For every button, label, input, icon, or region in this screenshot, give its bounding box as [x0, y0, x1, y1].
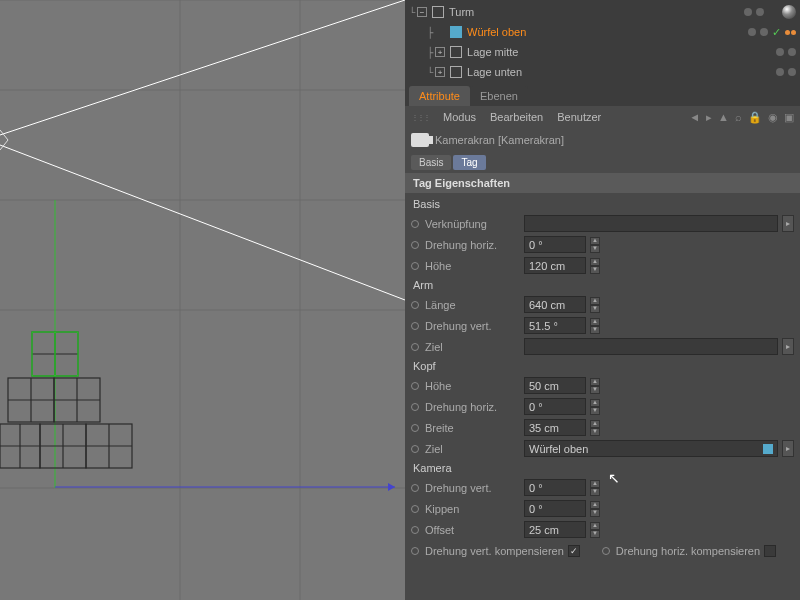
prop-breite: Breite ▲▼	[405, 417, 800, 438]
sphere-icon	[782, 5, 796, 19]
lock-icon[interactable]: 🔒	[748, 111, 762, 124]
visibility-dot[interactable]	[776, 48, 784, 56]
visibility-dot[interactable]	[748, 28, 756, 36]
object-label[interactable]: Turm	[449, 6, 736, 18]
keyframe-dot[interactable]	[411, 343, 419, 351]
new-window-icon[interactable]: ▣	[784, 111, 794, 124]
value-input[interactable]	[524, 419, 586, 436]
expand-toggle[interactable]: −	[417, 7, 427, 17]
value-input[interactable]	[524, 296, 586, 313]
prop-offset: Offset ▲▼	[405, 519, 800, 540]
value-input[interactable]	[524, 236, 586, 253]
object-name: Kamerakran [Kamerakran]	[435, 134, 564, 146]
svg-line-7	[0, 0, 405, 135]
link-field[interactable]	[524, 215, 778, 232]
object-label[interactable]: Lage unten	[467, 66, 768, 78]
hierarchy-item[interactable]: ├ Würfel oben ✓	[405, 22, 800, 42]
menu-benutzer[interactable]: Benutzer	[557, 111, 601, 123]
keyframe-dot[interactable]	[411, 403, 419, 411]
value-input[interactable]	[524, 257, 586, 274]
spinner[interactable]: ▲▼	[590, 318, 600, 334]
keyframe-dot[interactable]	[411, 241, 419, 249]
spinner[interactable]: ▲▼	[590, 378, 600, 394]
prop-arm-ziel: Ziel ▸	[405, 336, 800, 357]
expand-toggle[interactable]: +	[435, 47, 445, 57]
prop-kopf-drehung-horiz: Drehung horiz. ▲▼	[405, 396, 800, 417]
visibility-dot[interactable]	[776, 68, 784, 76]
tab-attribute[interactable]: Attribute	[409, 86, 470, 106]
null-icon	[432, 6, 444, 18]
search-icon[interactable]: ⌕	[735, 111, 742, 124]
link-picker-icon[interactable]: ▸	[782, 338, 794, 355]
link-field[interactable]: Würfel oben	[524, 440, 778, 457]
visibility-dot[interactable]	[744, 8, 752, 16]
keyframe-dot[interactable]	[411, 301, 419, 309]
visibility-dot[interactable]	[788, 48, 796, 56]
checkbox[interactable]: ✓	[568, 545, 580, 557]
prop-kam-drehung-vert: Drehung vert. ▲▼	[405, 477, 800, 498]
visibility-dot[interactable]	[760, 28, 768, 36]
expand-toggle[interactable]: +	[435, 67, 445, 77]
value-input[interactable]	[524, 479, 586, 496]
keyframe-dot[interactable]	[411, 424, 419, 432]
keyframe-dot[interactable]	[411, 547, 419, 555]
object-header: Kamerakran [Kamerakran]	[405, 128, 800, 152]
null-icon	[450, 46, 462, 58]
mode-tab-basis[interactable]: Basis	[411, 155, 451, 170]
checkbox[interactable]	[764, 545, 776, 557]
target-icon[interactable]: ◉	[768, 111, 778, 124]
value-input[interactable]	[524, 398, 586, 415]
link-picker-icon[interactable]: ▸	[782, 440, 794, 457]
hierarchy-item[interactable]: ├ + Lage mitte	[405, 42, 800, 62]
camera-crane-icon	[411, 133, 429, 147]
spinner[interactable]: ▲▼	[590, 258, 600, 274]
link-picker-icon[interactable]: ▸	[782, 215, 794, 232]
keyframe-dot[interactable]	[411, 505, 419, 513]
spinner[interactable]: ▲▼	[590, 420, 600, 436]
value-input[interactable]	[524, 377, 586, 394]
nav-back-icon[interactable]: ◄	[689, 111, 700, 124]
spinner[interactable]: ▲▼	[590, 297, 600, 313]
visibility-dot[interactable]	[788, 68, 796, 76]
object-label[interactable]: Würfel oben	[467, 26, 740, 38]
spinner[interactable]: ▲▼	[590, 480, 600, 496]
link-field[interactable]	[524, 338, 778, 355]
cube-icon	[450, 26, 462, 38]
checkbox-label: Drehung horiz. kompensieren	[616, 545, 760, 557]
keyframe-dot[interactable]	[411, 484, 419, 492]
prop-kompensieren: Drehung vert. kompensieren ✓ Drehung hor…	[405, 540, 800, 561]
viewport-overlay	[0, 0, 405, 600]
spinner[interactable]: ▲▼	[590, 237, 600, 253]
keyframe-dot[interactable]	[602, 547, 610, 555]
menu-modus[interactable]: Modus	[443, 111, 476, 123]
keyframe-dot[interactable]	[411, 382, 419, 390]
value-input[interactable]	[524, 317, 586, 334]
hierarchy-item[interactable]: └ + Lage unten	[405, 62, 800, 82]
tag-icon[interactable]	[785, 30, 796, 35]
value-input[interactable]	[524, 500, 586, 517]
nav-fwd-icon[interactable]: ▸	[706, 111, 712, 124]
keyframe-dot[interactable]	[411, 220, 419, 228]
keyframe-dot[interactable]	[411, 262, 419, 270]
value-input[interactable]	[524, 521, 586, 538]
spinner[interactable]: ▲▼	[590, 501, 600, 517]
prop-hoehe: Höhe ▲▼	[405, 255, 800, 276]
prop-kopf-hoehe: Höhe ▲▼	[405, 375, 800, 396]
mode-tab-tag[interactable]: Tag	[453, 155, 485, 170]
spinner[interactable]: ▲▼	[590, 522, 600, 538]
spinner[interactable]: ▲▼	[590, 399, 600, 415]
visibility-dot[interactable]	[756, 8, 764, 16]
hierarchy-item[interactable]: └ − Turm	[405, 2, 800, 22]
group-arm: Arm	[405, 276, 800, 294]
prop-drehung-horiz: Drehung horiz. ▲▼	[405, 234, 800, 255]
tab-ebenen[interactable]: Ebenen	[470, 86, 528, 106]
object-label[interactable]: Lage mitte	[467, 46, 768, 58]
viewport-3d[interactable]	[0, 0, 405, 600]
group-kamera: Kamera	[405, 459, 800, 477]
group-basis: Basis	[405, 195, 800, 213]
keyframe-dot[interactable]	[411, 322, 419, 330]
menu-bearbeiten[interactable]: Bearbeiten	[490, 111, 543, 123]
keyframe-dot[interactable]	[411, 526, 419, 534]
keyframe-dot[interactable]	[411, 445, 419, 453]
nav-up-icon[interactable]: ▲	[718, 111, 729, 124]
